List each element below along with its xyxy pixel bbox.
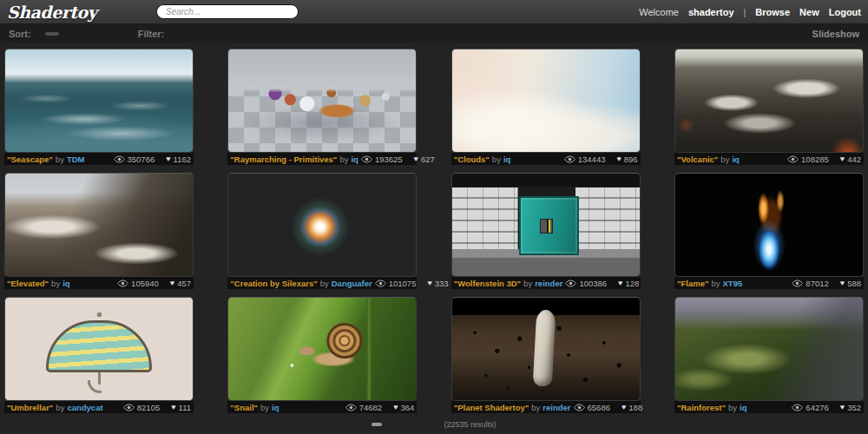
shader-author-link[interactable]: iq	[503, 155, 510, 164]
shader-author-link[interactable]: iq	[732, 155, 739, 164]
nav-browse[interactable]: Browse	[755, 7, 790, 17]
heart-icon[interactable]: ♥	[170, 279, 174, 287]
heart-icon[interactable]: ♥	[616, 155, 621, 163]
views-count: 134443	[578, 155, 606, 164]
views-group: 101075	[375, 279, 417, 288]
shader-thumbnail[interactable]	[451, 173, 641, 277]
shader-card: "Planet Shadertoy" by reinder 65686 ♥ 18…	[451, 297, 641, 413]
likes-count: 111	[179, 403, 191, 412]
by-label: by	[492, 155, 501, 164]
pagination: (22535 results)	[0, 420, 868, 429]
heart-icon[interactable]: ♥	[166, 155, 170, 163]
views-eye-icon	[345, 404, 357, 411]
shader-stats: 193625 ♥ 627	[361, 155, 435, 164]
shader-author-link[interactable]: XT95	[723, 279, 743, 288]
shader-thumbnail[interactable]	[451, 49, 641, 153]
shader-title-link[interactable]: "Clouds"	[454, 155, 490, 164]
likes-group: ♥ 333	[427, 279, 448, 288]
heart-icon[interactable]: ♥	[414, 155, 418, 163]
sort-options	[45, 32, 103, 36]
shader-thumbnail[interactable]	[451, 297, 641, 401]
shader-card: "Clouds" by iq 134443 ♥ 896	[451, 49, 641, 165]
likes-group: ♥ 128	[618, 279, 639, 288]
shader-thumbnail[interactable]	[4, 297, 194, 401]
likes-count: 457	[177, 279, 191, 288]
shader-title-link[interactable]: "Seascape"	[7, 155, 53, 164]
views-group: 100386	[565, 279, 607, 288]
shader-author-link[interactable]: iq	[351, 155, 358, 164]
top-header: Shadertoy Welcome shadertoy | Browse New…	[0, 0, 868, 24]
shader-stats: 64276 ♥ 352	[792, 403, 861, 412]
heart-icon[interactable]: ♥	[840, 403, 845, 411]
views-group: 193625	[361, 155, 403, 164]
heart-icon[interactable]: ♥	[427, 279, 431, 287]
heart-icon[interactable]: ♥	[840, 279, 845, 287]
nav-new[interactable]: New	[799, 7, 819, 17]
shader-thumbnail[interactable]	[4, 49, 194, 153]
shader-title-link[interactable]: "Creation by Silexars"	[230, 279, 317, 288]
shader-thumbnail[interactable]	[674, 49, 864, 153]
views-group: 65686	[574, 403, 610, 412]
shader-card: "Creation by Silexars" by Danguafer 1010…	[227, 173, 417, 289]
by-label: by	[339, 155, 348, 164]
heart-icon[interactable]: ♥	[618, 279, 622, 287]
shadertoy-logo[interactable]: Shadertoy	[7, 3, 96, 22]
heart-icon[interactable]: ♥	[621, 403, 626, 411]
by-label: by	[728, 403, 737, 412]
likes-count: 442	[847, 155, 861, 164]
shader-thumbnail[interactable]	[674, 297, 864, 401]
shader-title-link[interactable]: "Elevated"	[7, 279, 49, 288]
likes-count: 128	[625, 279, 639, 288]
sort-option[interactable]	[45, 32, 59, 36]
shader-title-link[interactable]: "Raymarching - Primitives"	[230, 155, 337, 164]
heart-icon[interactable]: ♥	[840, 155, 845, 163]
likes-count: 896	[624, 155, 638, 164]
shader-author-link[interactable]: iq	[62, 279, 69, 288]
shader-thumbnail[interactable]	[227, 297, 417, 401]
shader-author-link[interactable]: iq	[740, 403, 746, 412]
slideshow-button[interactable]: Slideshow	[812, 29, 859, 39]
shader-author-link[interactable]: candycat	[67, 403, 102, 412]
shader-caption: "Flame" by XT95 87012 ♥ 588	[674, 277, 864, 289]
shader-stats: 134443 ♥ 896	[564, 155, 638, 164]
shader-title-link[interactable]: "Snail"	[230, 403, 258, 412]
shader-stats: 105940 ♥ 457	[117, 279, 191, 288]
by-label: by	[56, 403, 64, 412]
shader-title-link[interactable]: "Volcanic"	[677, 155, 718, 164]
shader-thumbnail[interactable]	[227, 49, 417, 153]
by-label: by	[531, 403, 540, 412]
shader-author-link[interactable]: Danguafer	[332, 279, 372, 288]
heart-icon[interactable]: ♥	[393, 403, 398, 411]
shader-caption: "Volcanic" by iq 108285 ♥ 442	[674, 153, 864, 165]
search-input[interactable]	[156, 4, 299, 19]
shader-stats: 65686 ♥ 188	[574, 403, 643, 412]
shader-stats: 350766 ♥ 1162	[114, 155, 191, 164]
shader-thumbnail[interactable]	[4, 173, 194, 277]
username-link[interactable]: shadertoy	[688, 7, 734, 17]
page-button	[372, 423, 382, 426]
shader-title-link[interactable]: "Flame"	[677, 279, 708, 288]
views-eye-icon	[574, 404, 585, 411]
shader-author-link[interactable]: reinder	[535, 279, 562, 288]
by-label: by	[260, 403, 269, 412]
shader-thumbnail[interactable]	[227, 173, 417, 277]
likes-group: ♥ 1162	[166, 155, 191, 164]
shader-author-link[interactable]: iq	[272, 403, 279, 412]
by-label: by	[56, 155, 64, 164]
nav-separator: |	[744, 7, 746, 17]
shader-title-link[interactable]: "Planet Shadertoy"	[454, 403, 529, 412]
shader-thumbnail[interactable]	[674, 173, 864, 277]
shader-card: "Rainforest" by iq 64276 ♥ 352	[674, 297, 864, 413]
views-group: 74682	[345, 403, 382, 412]
shader-title-link[interactable]: "Wolfenstein 3D"	[454, 279, 521, 288]
shader-author-link[interactable]: TDM	[67, 155, 85, 164]
heart-icon[interactable]: ♥	[171, 403, 175, 411]
shader-author-link[interactable]: reinder	[542, 403, 570, 412]
shader-title-link[interactable]: "Umbrellar"	[7, 403, 53, 412]
nav-logout[interactable]: Logout	[829, 7, 861, 17]
views-group: 350766	[114, 155, 155, 164]
likes-group: ♥ 457	[170, 279, 191, 288]
filter-label: Filter:	[138, 29, 165, 39]
shader-title-link[interactable]: "Rainforest"	[677, 403, 726, 412]
likes-count: 352	[847, 403, 861, 412]
